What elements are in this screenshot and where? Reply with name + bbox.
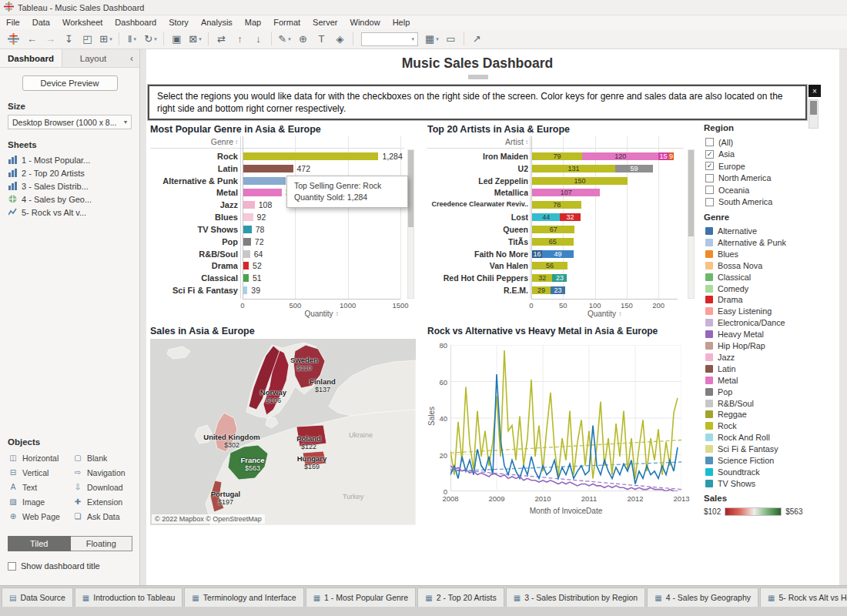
checkbox-icon[interactable] bbox=[705, 138, 714, 146]
save-icon[interactable]: ↧ bbox=[60, 31, 78, 48]
bar-r-b-soul[interactable] bbox=[243, 250, 250, 258]
segment-u2[interactable]: 131 bbox=[532, 165, 615, 172]
group-members-icon[interactable]: ⊕ bbox=[294, 31, 312, 48]
segment-iron-maiden[interactable]: 15 bbox=[658, 152, 668, 160]
undo-icon[interactable]: ← bbox=[23, 31, 41, 48]
row-label-creedence-clearwater-reviv[interactable]: Creedence Clearwater Reviv.. bbox=[427, 200, 528, 209]
artist-column-header[interactable]: Artist↕ bbox=[427, 137, 528, 146]
menu-worksheet[interactable]: Worksheet bbox=[56, 15, 109, 29]
genre-legend-r-b-soul[interactable]: R&B/Soul bbox=[705, 399, 832, 408]
menu-help[interactable]: Help bbox=[387, 15, 417, 29]
row-label-lost[interactable]: Lost bbox=[427, 213, 528, 222]
menu-story[interactable]: Story bbox=[162, 15, 195, 29]
duplicate-sheet-icon[interactable]: ▣ bbox=[168, 31, 186, 48]
row-label-r-b-soul[interactable]: R&B/Soul bbox=[150, 249, 238, 259]
sort-ascending-icon[interactable]: ↑ bbox=[231, 31, 249, 48]
bar-jazz[interactable] bbox=[243, 201, 255, 209]
menu-format[interactable]: Format bbox=[267, 15, 306, 29]
row-label-red-hot-chili-peppers[interactable]: Red Hot Chili Peppers bbox=[427, 273, 528, 283]
sheet-tab-terminology-and-interface[interactable]: ▦Terminology and Interface bbox=[184, 588, 303, 607]
menu-dashboard[interactable]: Dashboard bbox=[109, 15, 162, 29]
row-label-latin[interactable]: Latin bbox=[150, 164, 238, 173]
region-option-south-america[interactable]: South America bbox=[705, 197, 829, 207]
bar-alternative-punk[interactable] bbox=[243, 177, 286, 185]
checkbox-icon[interactable] bbox=[705, 198, 714, 206]
genre-legend-alternative-punk[interactable]: Alternative & Punk bbox=[705, 238, 832, 247]
genre-legend-comedy[interactable]: Comedy bbox=[705, 284, 832, 293]
sheet-tab-2-top-20-artists[interactable]: ▦2 - Top 20 Artists bbox=[417, 588, 504, 607]
bar-latin[interactable] bbox=[243, 165, 293, 172]
artists-chart-scrollbar[interactable] bbox=[688, 149, 695, 299]
row-label-faith-no-more[interactable]: Faith No More bbox=[427, 249, 528, 259]
row-label-blues[interactable]: Blues bbox=[150, 213, 238, 222]
segment-r-e-m[interactable]: 29 bbox=[532, 286, 551, 294]
object-horizontal[interactable]: ◫Horizontal bbox=[8, 450, 73, 465]
genre-legend-sci-fi-fantasy[interactable]: Sci Fi & Fantasy bbox=[705, 444, 832, 454]
bar-rock[interactable] bbox=[243, 152, 378, 160]
row-label-iron-maiden[interactable]: Iron Maiden bbox=[427, 152, 528, 161]
row-label-metallica[interactable]: Metallica bbox=[427, 188, 528, 197]
genre-legend-science-fiction[interactable]: Science Fiction bbox=[705, 456, 832, 465]
bar-sci-fi-fantasy[interactable] bbox=[243, 286, 247, 294]
tab-dashboard[interactable]: Dashboard bbox=[0, 49, 62, 67]
show-hide-cards-icon[interactable]: ▦▾ bbox=[423, 31, 441, 48]
checkbox-icon[interactable]: ✓ bbox=[705, 162, 714, 170]
bar-pop[interactable] bbox=[243, 238, 251, 246]
object-blank[interactable]: ▢Blank bbox=[73, 450, 141, 465]
country-poland[interactable] bbox=[296, 425, 326, 447]
bar-metal[interactable] bbox=[243, 189, 282, 196]
segment-red-hot-chili-peppers[interactable]: 23 bbox=[552, 274, 567, 282]
sheet-tab-introduction-to-tableau[interactable]: ▦Introduction to Tableau bbox=[75, 588, 183, 607]
genre-legend-hip-hop-rap[interactable]: Hip Hop/Rap bbox=[705, 341, 832, 350]
sheet-tab-4-sales-by-geography[interactable]: ▦4 - Sales by Geography bbox=[647, 588, 758, 607]
new-worksheet-icon[interactable]: ⊞▾ bbox=[97, 31, 115, 48]
row-label-van-halen[interactable]: Van Halen bbox=[427, 261, 528, 270]
menu-data[interactable]: Data bbox=[26, 15, 56, 29]
checkbox-icon[interactable] bbox=[705, 174, 714, 182]
genre-legend-easy-listening[interactable]: Easy Listening bbox=[705, 306, 832, 316]
genre-legend-jazz[interactable]: Jazz bbox=[705, 353, 832, 362]
genre-legend-heavy-metal[interactable]: Heavy Metal bbox=[705, 330, 832, 339]
title-drag-handle[interactable] bbox=[468, 75, 488, 79]
fix-axes-icon[interactable]: ◈ bbox=[331, 31, 349, 48]
genre-legend-metal[interactable]: Metal bbox=[705, 376, 832, 385]
highlight-icon[interactable]: ✎▾ bbox=[276, 31, 293, 48]
new-data-source-icon[interactable]: ◰ bbox=[79, 31, 96, 48]
genre-chart-scrollbar[interactable] bbox=[407, 149, 414, 299]
genre-legend-electronica-dance[interactable]: Electronica/Dance bbox=[705, 318, 832, 327]
bar-drama[interactable] bbox=[243, 262, 249, 270]
object-extension[interactable]: ✚Extension bbox=[73, 494, 141, 509]
object-download[interactable]: ⇩Download bbox=[73, 480, 141, 494]
genre-legend-pop[interactable]: Pop bbox=[705, 387, 832, 397]
presentation-mode-icon[interactable]: ▭ bbox=[442, 31, 460, 48]
sheet-item-1-most-popular[interactable]: 1 - Most Popular... bbox=[0, 153, 139, 166]
segment-tit-s[interactable]: 65 bbox=[532, 238, 574, 246]
segment-lost[interactable]: 44 bbox=[532, 213, 560, 221]
segment-metallica[interactable]: 107 bbox=[532, 189, 600, 196]
share-workbook-icon[interactable]: ↗ bbox=[468, 31, 486, 48]
row-label-tit-s[interactable]: TitÃs bbox=[427, 237, 528, 246]
row-label-metal[interactable]: Metal bbox=[150, 188, 238, 197]
genre-legend-drama[interactable]: Drama bbox=[705, 295, 832, 304]
sheet-item-5-rock-vs-alt-v[interactable]: 5- Rock vs Alt v... bbox=[0, 206, 139, 219]
row-label-jazz[interactable]: Jazz bbox=[150, 200, 238, 209]
segment-iron-maiden[interactable]: 79 bbox=[532, 152, 582, 160]
rock-trend-line[interactable] bbox=[450, 440, 681, 454]
menu-file[interactable]: File bbox=[0, 15, 26, 29]
show-title-checkbox[interactable] bbox=[8, 562, 16, 571]
object-image[interactable]: ▨Image bbox=[8, 494, 73, 509]
run-auto-updates-icon[interactable]: ↻▾ bbox=[142, 31, 159, 48]
genre-legend-alternative[interactable]: Alternative bbox=[705, 226, 832, 236]
floating-button[interactable]: Floating bbox=[71, 536, 133, 551]
clear-sheet-icon[interactable]: ⊠▾ bbox=[186, 31, 204, 48]
object-web-page[interactable]: ⊕Web Page bbox=[8, 509, 73, 524]
row-label-led-zeppelin[interactable]: Led Zeppelin bbox=[427, 176, 528, 186]
segment-van-halen[interactable]: 56 bbox=[532, 262, 567, 270]
genre-column-header[interactable]: Genre↕ bbox=[150, 137, 238, 146]
menu-map[interactable]: Map bbox=[239, 15, 267, 29]
show-mark-labels-icon[interactable]: T bbox=[313, 31, 330, 48]
checkbox-icon[interactable] bbox=[705, 186, 714, 194]
genre-legend-bossa-nova[interactable]: Bossa Nova bbox=[705, 261, 832, 270]
segment-queen[interactable]: 67 bbox=[532, 226, 574, 233]
object-text[interactable]: AText bbox=[8, 480, 73, 494]
